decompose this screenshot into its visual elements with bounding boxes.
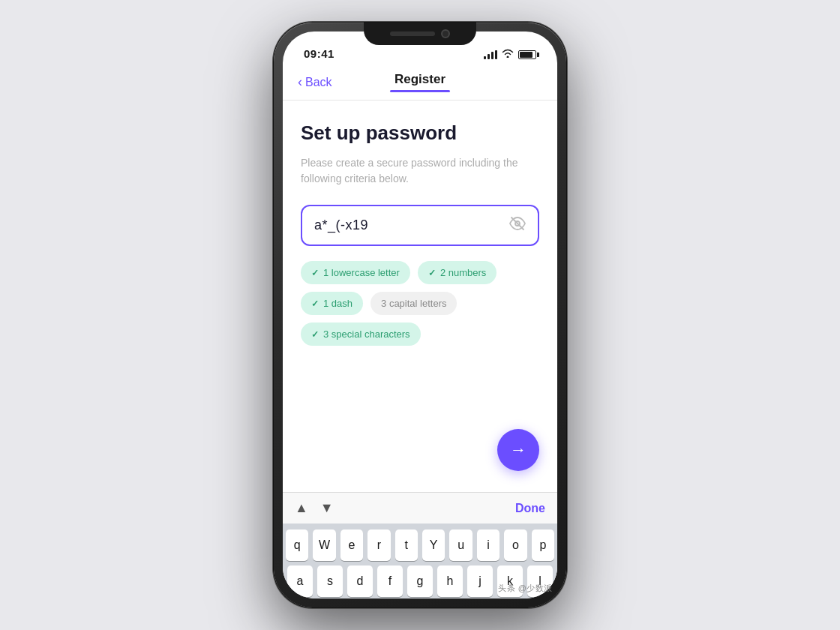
key-q[interactable]: q bbox=[286, 530, 308, 561]
chip-label: 3 capital letters bbox=[381, 298, 446, 309]
key-e[interactable]: e bbox=[340, 530, 363, 561]
key-f[interactable]: f bbox=[377, 566, 403, 597]
check-icon: ✓ bbox=[311, 298, 319, 309]
toolbar-arrows: ▲ ▼ bbox=[295, 500, 334, 516]
key-g[interactable]: g bbox=[407, 566, 433, 597]
key-s[interactable]: s bbox=[317, 566, 343, 597]
key-h[interactable]: h bbox=[437, 566, 463, 597]
key-w[interactable]: W bbox=[313, 530, 335, 561]
key-i[interactable]: i bbox=[477, 530, 500, 561]
password-field[interactable] bbox=[301, 205, 539, 246]
content-area: Set up password Please create a secure p… bbox=[283, 100, 557, 492]
chip-special: ✓ 3 special characters bbox=[301, 322, 421, 346]
chip-label: 1 lowercase letter bbox=[323, 267, 400, 278]
status-time: 09:41 bbox=[304, 47, 334, 60]
nav-title-area: Register bbox=[390, 72, 450, 92]
key-r[interactable]: r bbox=[368, 530, 390, 561]
page-description: Please create a secure password includin… bbox=[301, 155, 539, 187]
eye-toggle-icon[interactable] bbox=[509, 217, 526, 234]
chip-capital: 3 capital letters bbox=[370, 292, 457, 315]
key-u[interactable]: u bbox=[449, 530, 472, 561]
watermark: 头条 @少数派 bbox=[498, 583, 553, 594]
nav-bar: ‹ Back Register bbox=[283, 64, 557, 100]
toolbar-down-arrow-icon[interactable]: ▼ bbox=[320, 500, 334, 516]
notch-camera bbox=[441, 29, 450, 38]
check-icon: ✓ bbox=[311, 329, 319, 340]
back-chevron-icon: ‹ bbox=[298, 74, 302, 90]
criteria-container: ✓ 1 lowercase letter ✓ 2 numbers ✓ 1 das… bbox=[301, 261, 539, 346]
chip-label: 2 numbers bbox=[440, 267, 486, 278]
back-button[interactable]: ‹ Back bbox=[298, 75, 332, 90]
key-o[interactable]: o bbox=[504, 530, 526, 561]
wifi-icon bbox=[502, 49, 514, 60]
chip-label: 3 special characters bbox=[323, 328, 410, 340]
toolbar-up-arrow-icon[interactable]: ▲ bbox=[295, 500, 308, 516]
key-p[interactable]: p bbox=[532, 530, 554, 561]
nav-underline bbox=[390, 90, 450, 92]
chip-numbers: ✓ 2 numbers bbox=[418, 261, 496, 284]
keyboard-toolbar: ▲ ▼ Done bbox=[283, 492, 557, 524]
next-button[interactable]: → bbox=[497, 429, 539, 471]
key-j[interactable]: j bbox=[467, 566, 493, 597]
status-icons bbox=[484, 49, 536, 60]
key-d[interactable]: d bbox=[347, 566, 373, 597]
key-t[interactable]: t bbox=[395, 530, 418, 561]
nav-title: Register bbox=[394, 72, 446, 87]
notch bbox=[364, 22, 476, 45]
arrow-right-icon: → bbox=[510, 440, 526, 460]
password-input[interactable] bbox=[314, 218, 509, 233]
chip-lowercase: ✓ 1 lowercase letter bbox=[301, 261, 410, 284]
notch-speaker bbox=[390, 32, 435, 36]
battery-icon bbox=[518, 50, 536, 59]
page-title: Set up password bbox=[301, 122, 539, 145]
phone-mockup: 09:41 bbox=[274, 22, 566, 608]
done-button[interactable]: Done bbox=[515, 502, 545, 515]
submit-area: → bbox=[301, 417, 539, 477]
keyboard-row-1: q W e r t Y u i o p bbox=[286, 530, 554, 561]
signal-icon bbox=[484, 50, 497, 59]
phone-screen: 09:41 bbox=[283, 32, 557, 598]
back-label: Back bbox=[305, 76, 332, 89]
chip-dash: ✓ 1 dash bbox=[301, 292, 363, 315]
chip-label: 1 dash bbox=[323, 298, 352, 309]
key-y[interactable]: Y bbox=[422, 530, 445, 561]
check-icon: ✓ bbox=[311, 268, 319, 278]
check-icon: ✓ bbox=[428, 268, 436, 278]
